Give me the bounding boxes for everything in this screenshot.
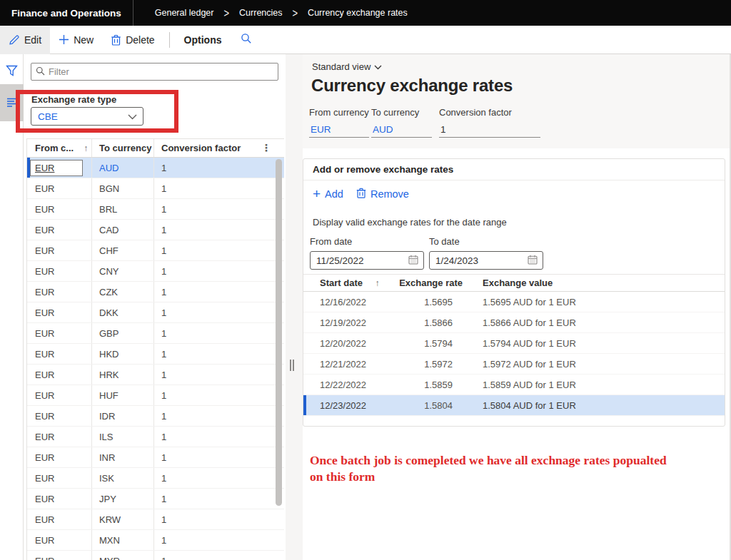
filter-input[interactable] (49, 66, 273, 77)
conversion-factor-value[interactable]: 1 (439, 124, 540, 138)
grid-scrollbar-thumb[interactable] (276, 159, 282, 506)
edit-button[interactable]: Edit (0, 26, 50, 54)
cell-conversion-factor[interactable]: 1 (154, 323, 261, 343)
cell-exchange-value[interactable]: 1.5804 AUD for 1 EUR (483, 400, 576, 411)
cell-exchange-rate[interactable]: 1.5972 (393, 359, 464, 370)
from-date-input[interactable] (316, 255, 395, 266)
filter-field[interactable] (31, 63, 278, 81)
cell-to-currency[interactable]: AUD (92, 158, 154, 178)
table-row[interactable]: 12/20/20221.57941.5794 AUD for 1 EUR (303, 333, 725, 354)
exchange-rate-type-select[interactable]: CBE (31, 107, 143, 126)
cell-from-currency[interactable]: EUR (27, 282, 92, 302)
cell-to-currency[interactable]: ILS (92, 427, 154, 447)
cell-from-currency[interactable]: EUR (27, 530, 92, 550)
cell-from-currency[interactable]: EUR (27, 365, 92, 385)
cell-to-currency[interactable]: JPY (92, 489, 154, 509)
add-rate-button[interactable]: + Add (313, 188, 343, 200)
cell-to-currency[interactable]: KRW (92, 509, 154, 529)
cell-exchange-value[interactable]: 1.5859 AUD for 1 EUR (483, 380, 576, 390)
cell-start-date[interactable]: 12/23/2022 (303, 400, 393, 411)
cell-to-currency[interactable]: IDR (92, 406, 154, 426)
cell-conversion-factor[interactable]: 1 (154, 385, 261, 405)
cell-to-currency[interactable]: INR (92, 447, 154, 467)
cell-conversion-factor[interactable]: 1 (154, 365, 261, 385)
cell-to-currency[interactable]: DKK (92, 302, 154, 322)
to-currency-value[interactable]: AUD (371, 124, 432, 138)
cell-conversion-factor[interactable]: 1 (154, 447, 261, 467)
cell-conversion-factor[interactable]: 1 (154, 406, 261, 426)
cell-from-currency[interactable]: EUR (27, 302, 92, 322)
table-row[interactable]: EURGBP1 (27, 323, 284, 344)
breadcrumb-currencies[interactable]: Currencies (239, 8, 282, 18)
list-pane-button[interactable] (0, 84, 24, 121)
column-header-from-currency[interactable]: From c... ↑ (27, 139, 92, 157)
cell-exchange-rate[interactable]: 1.5695 (393, 297, 464, 307)
cell-conversion-factor[interactable]: 1 (154, 178, 261, 198)
column-header-exchange-value[interactable]: Exchange value (483, 278, 553, 288)
table-row[interactable]: EURBRL1 (27, 199, 284, 220)
cell-start-date[interactable]: 12/20/2022 (303, 338, 393, 349)
cell-conversion-factor[interactable]: 1 (154, 220, 261, 240)
column-header-conversion-factor[interactable]: Conversion factor (154, 139, 261, 157)
cell-conversion-factor[interactable]: 1 (154, 530, 261, 550)
cell-from-currency[interactable]: EUR (27, 447, 92, 467)
cell-conversion-factor[interactable]: 1 (154, 468, 261, 488)
cell-conversion-factor[interactable]: 1 (154, 427, 261, 447)
cell-conversion-factor[interactable]: 1 (154, 344, 261, 364)
table-row[interactable]: EURDKK1 (27, 302, 284, 323)
delete-button[interactable]: Delete (102, 26, 163, 54)
table-row[interactable]: EURCZK1 (27, 282, 284, 302)
table-row[interactable]: EURCNY1 (27, 261, 284, 282)
table-row[interactable]: 12/19/20221.58661.5866 AUD for 1 EUR (303, 312, 725, 333)
cell-to-currency[interactable]: HUF (92, 385, 154, 405)
column-header-to-currency[interactable]: To currency (92, 139, 154, 157)
cell-conversion-factor[interactable]: 1 (154, 199, 261, 219)
table-row[interactable]: EURISK1 (27, 468, 284, 489)
cell-from-currency[interactable]: EUR (27, 427, 92, 447)
cell-to-currency[interactable]: HKD (92, 344, 154, 364)
cell-from-currency[interactable]: EUR (27, 158, 92, 178)
cell-start-date[interactable]: 12/19/2022 (303, 317, 393, 328)
cell-exchange-value[interactable]: 1.5866 AUD for 1 EUR (483, 317, 576, 328)
card-section-header[interactable]: Add or remove exchange rates (313, 164, 453, 175)
table-row[interactable]: EURILS1 (27, 427, 284, 447)
cell-conversion-factor[interactable]: 1 (154, 261, 261, 281)
panel-splitter[interactable] (286, 54, 303, 560)
cell-from-currency[interactable]: EUR (27, 220, 92, 240)
cell-from-currency[interactable]: EUR (27, 468, 92, 488)
cell-from-currency[interactable]: EUR (27, 199, 92, 219)
table-row[interactable]: EURIDR1 (27, 406, 284, 427)
cell-conversion-factor[interactable]: 1 (154, 240, 261, 260)
cell-to-currency[interactable]: MXN (92, 530, 154, 550)
search-button[interactable] (231, 26, 262, 54)
cell-to-currency[interactable]: CHF (92, 240, 154, 260)
table-row[interactable]: 12/23/20221.58041.5804 AUD for 1 EUR (303, 395, 725, 416)
cell-to-currency[interactable]: GBP (92, 323, 154, 343)
table-row[interactable]: EURCHF1 (27, 240, 284, 261)
cell-start-date[interactable]: 12/16/2022 (303, 297, 393, 307)
cell-from-currency[interactable]: EUR (27, 406, 92, 426)
table-row[interactable]: EURHUF1 (27, 385, 284, 406)
cell-from-currency[interactable]: EUR (27, 344, 92, 364)
cell-exchange-value[interactable]: 1.5695 AUD for 1 EUR (483, 297, 576, 307)
cell-exchange-value[interactable]: 1.5794 AUD for 1 EUR (483, 338, 576, 349)
cell-to-currency[interactable]: HRK (92, 365, 154, 385)
cell-from-currency[interactable]: EUR (27, 551, 92, 560)
cell-from-currency[interactable]: EUR (27, 489, 92, 509)
table-row[interactable]: 12/16/20221.56951.5695 AUD for 1 EUR (303, 292, 725, 312)
table-row[interactable]: EURINR1 (27, 447, 284, 468)
table-row[interactable]: EURMXN1 (27, 530, 284, 551)
cell-exchange-rate[interactable]: 1.5859 (393, 380, 464, 390)
cell-to-currency[interactable]: CAD (92, 220, 154, 240)
table-row[interactable]: EURHKD1 (27, 344, 284, 365)
cell-exchange-value[interactable]: 1.5972 AUD for 1 EUR (483, 359, 576, 370)
cell-exchange-rate[interactable]: 1.5866 (393, 317, 464, 328)
column-header-exchange-rate[interactable]: Exchange rate (393, 278, 464, 288)
remove-rate-button[interactable]: Remove (356, 188, 409, 200)
from-currency-value[interactable]: EUR (309, 124, 369, 138)
breadcrumb-currency-exchange-rates[interactable]: Currency exchange rates (308, 8, 408, 18)
table-row[interactable]: EURCAD1 (27, 220, 284, 240)
table-row[interactable]: 12/21/20221.59721.5972 AUD for 1 EUR (303, 354, 725, 375)
cell-from-currency[interactable]: EUR (27, 385, 92, 405)
cell-conversion-factor[interactable]: 1 (154, 551, 261, 560)
